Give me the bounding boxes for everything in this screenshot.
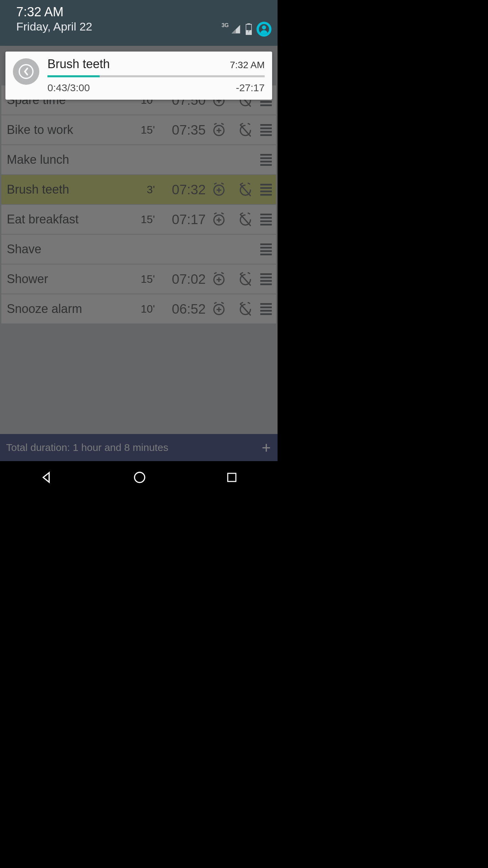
- task-label: Snooze alarm: [7, 302, 136, 316]
- alarm-add-icon[interactable]: [206, 302, 232, 316]
- footer-bar: Total duration: 1 hour and 8 minutes +: [0, 434, 278, 461]
- notification-title: Brush teeth: [47, 57, 110, 71]
- task-row[interactable]: Eat breakfast 15' 07:17: [1, 205, 276, 234]
- task-duration: 10': [136, 303, 155, 315]
- notification-time: 7:32 AM: [230, 60, 265, 71]
- shade-date: Friday, April 22: [16, 20, 92, 33]
- drag-handle-icon[interactable]: [259, 184, 273, 196]
- alarm-off-icon[interactable]: [232, 182, 259, 197]
- task-row[interactable]: Snooze alarm 10' 06:52: [1, 294, 276, 323]
- task-row[interactable]: Shave: [1, 235, 276, 264]
- task-label: Shave: [7, 242, 136, 256]
- drag-handle-icon[interactable]: [259, 303, 273, 315]
- alarm-add-icon[interactable]: [206, 212, 232, 226]
- task-duration: 3': [136, 183, 155, 196]
- alarm-add-icon[interactable]: [206, 272, 232, 286]
- notification-app-icon: [13, 58, 39, 85]
- task-label: Bike to work: [7, 123, 136, 137]
- task-row[interactable]: Bike to work 15' 07:35: [1, 115, 276, 144]
- drag-handle-icon[interactable]: [259, 243, 273, 255]
- task-label: Brush teeth: [7, 182, 136, 197]
- task-list: Spare time 10' 07:50 Bike to work 15' 07…: [1, 85, 276, 324]
- drag-handle-icon[interactable]: [259, 124, 273, 136]
- task-row[interactable]: Brush teeth 3' 07:32: [1, 175, 276, 204]
- task-duration: 15': [136, 273, 155, 285]
- total-duration-label: Total duration: 1 hour and 8 minutes: [6, 442, 168, 453]
- drag-handle-icon[interactable]: [259, 214, 273, 225]
- task-row[interactable]: Make lunch: [1, 145, 276, 174]
- notification-progress-bar: [47, 75, 265, 77]
- notification-card[interactable]: Brush teeth 7:32 AM 0:43/3:00 -27:17: [5, 52, 272, 100]
- svg-rect-21: [228, 473, 236, 481]
- svg-point-20: [135, 472, 145, 482]
- network-label: 3G: [222, 22, 229, 28]
- alarm-off-icon[interactable]: [232, 212, 259, 226]
- alarm-add-icon[interactable]: [206, 123, 232, 137]
- alarm-add-icon[interactable]: [206, 182, 232, 197]
- task-label: Make lunch: [7, 153, 136, 167]
- task-label: Eat breakfast: [7, 212, 136, 226]
- task-time: 07:02: [155, 272, 206, 287]
- add-button[interactable]: +: [262, 438, 271, 457]
- battery-charging-icon: [246, 23, 252, 35]
- signal-icon: [231, 24, 241, 34]
- notification-elapsed: 0:43/3:00: [47, 82, 90, 94]
- home-button[interactable]: [133, 471, 146, 484]
- android-nav-bar: [0, 461, 278, 494]
- task-duration: 15': [136, 124, 155, 136]
- task-label: Shower: [7, 272, 136, 286]
- notification-remaining: -27:17: [236, 82, 265, 94]
- task-time: 07:35: [155, 122, 206, 138]
- task-time: 06:52: [155, 301, 206, 317]
- task-row[interactable]: Shower 15' 07:02: [1, 264, 276, 294]
- profile-avatar-icon[interactable]: [257, 22, 271, 37]
- alarm-off-icon[interactable]: [232, 272, 259, 286]
- task-time: 07:17: [155, 212, 206, 227]
- drag-handle-icon[interactable]: [259, 154, 273, 166]
- notification-shade-header[interactable]: 7:32 AM Friday, April 22 3G: [0, 0, 278, 46]
- alarm-off-icon[interactable]: [232, 123, 259, 137]
- overview-button[interactable]: [226, 471, 238, 484]
- back-button[interactable]: [40, 470, 54, 485]
- shade-time: 7:32 AM: [16, 5, 92, 19]
- task-duration: 15': [136, 213, 155, 226]
- svg-point-19: [19, 65, 33, 78]
- task-time: 07:32: [155, 182, 206, 197]
- drag-handle-icon[interactable]: [259, 273, 273, 285]
- alarm-off-icon[interactable]: [232, 302, 259, 316]
